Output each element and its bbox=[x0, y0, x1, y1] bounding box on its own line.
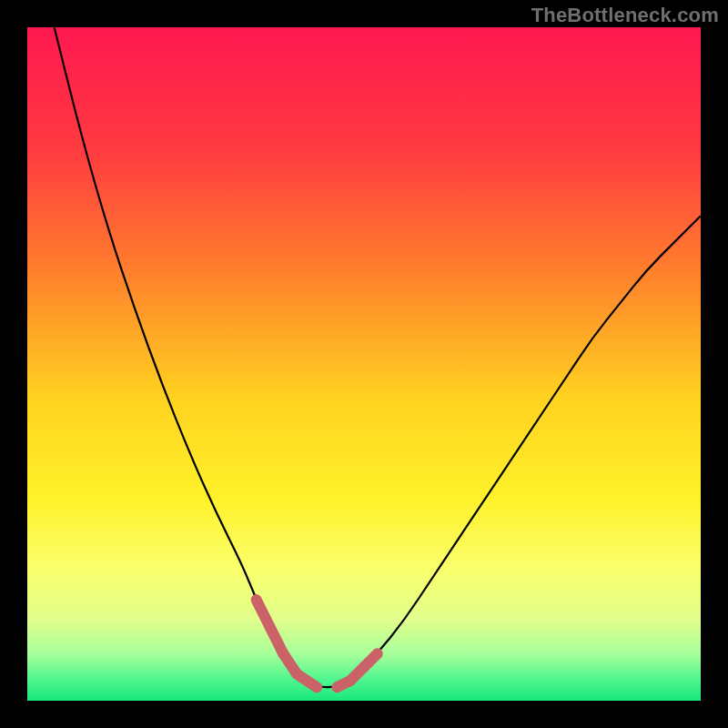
curve-layer bbox=[27, 27, 701, 701]
bottom-marker-right bbox=[337, 653, 377, 687]
chart-frame: TheBottleneck.com bbox=[0, 0, 728, 728]
svg-line-7 bbox=[364, 653, 378, 667]
bottom-marker-left bbox=[257, 600, 318, 687]
bottleneck-curve bbox=[55, 27, 701, 687]
svg-line-4 bbox=[297, 673, 317, 687]
watermark-text: TheBottleneck.com bbox=[531, 4, 719, 27]
plot-area bbox=[27, 27, 701, 701]
